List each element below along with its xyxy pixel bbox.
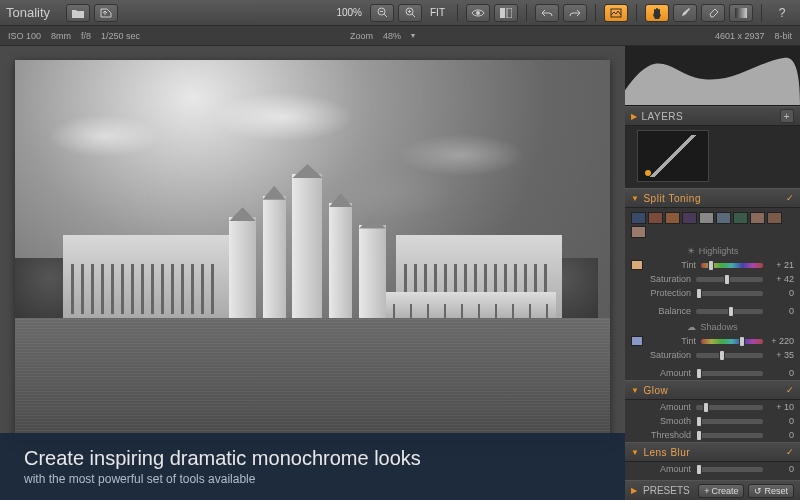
- top-toolbar: Tonality 100% FIT ?: [0, 0, 800, 26]
- color-swatch[interactable]: [750, 212, 765, 224]
- image-canvas[interactable]: [15, 60, 610, 440]
- side-panel: ▶ LAYERS + ▼ Split Toning ✓ ☀Highlights …: [625, 46, 800, 500]
- compare-button[interactable]: [494, 4, 518, 22]
- chevron-down-icon: ▼: [631, 386, 639, 395]
- hl-tint-slider[interactable]: [701, 263, 763, 268]
- lens-blur-header[interactable]: ▼ Lens Blur ✓: [625, 442, 800, 462]
- glow-header[interactable]: ▼ Glow ✓: [625, 380, 800, 400]
- dimensions-readout: 4601 x 2937: [715, 31, 765, 41]
- split-toning-label: Split Toning: [643, 193, 701, 204]
- layers-panel-header[interactable]: ▶ LAYERS +: [625, 106, 800, 126]
- focal-readout: 8mm: [51, 31, 71, 41]
- color-swatch[interactable]: [716, 212, 731, 224]
- reset-preset-button[interactable]: ↺Reset: [748, 484, 794, 498]
- color-swatch[interactable]: [682, 212, 697, 224]
- promo-overlay: Create inspiring dramatic monochrome loo…: [0, 433, 625, 500]
- glow-smooth-slider[interactable]: [696, 419, 763, 424]
- color-swatch[interactable]: [631, 226, 646, 238]
- undo-button[interactable]: [535, 4, 559, 22]
- hand-tool-button[interactable]: [645, 4, 669, 22]
- help-button[interactable]: ?: [770, 4, 794, 22]
- iso-readout: ISO 100: [8, 31, 41, 41]
- chevron-down-icon: ▼: [631, 448, 639, 457]
- hl-sat-slider[interactable]: [696, 277, 763, 282]
- sh-amount-slider[interactable]: [696, 371, 763, 376]
- svg-point-2: [476, 11, 480, 15]
- aperture-readout: f/8: [81, 31, 91, 41]
- check-icon[interactable]: ✓: [786, 193, 795, 203]
- presets-label: PRESETS: [643, 485, 690, 496]
- glow-amount-slider[interactable]: [696, 405, 763, 410]
- lb-amount-slider[interactable]: [696, 467, 763, 472]
- shadows-tint-swatch[interactable]: [631, 336, 643, 346]
- balance-slider[interactable]: [696, 309, 763, 314]
- svg-rect-6: [735, 8, 747, 18]
- color-swatch[interactable]: [631, 212, 646, 224]
- color-swatch[interactable]: [767, 212, 782, 224]
- glow-thresh-slider[interactable]: [696, 433, 763, 438]
- bitdepth-readout: 8-bit: [774, 31, 792, 41]
- create-preset-button[interactable]: +Create: [698, 484, 744, 498]
- glow-label: Glow: [643, 385, 668, 396]
- eraser-tool-button[interactable]: [701, 4, 725, 22]
- split-toning-header[interactable]: ▼ Split Toning ✓: [625, 188, 800, 208]
- svg-rect-3: [500, 8, 505, 18]
- redo-button[interactable]: [563, 4, 587, 22]
- navigator-button[interactable]: [604, 4, 628, 22]
- highlights-tint-swatch[interactable]: [631, 260, 643, 270]
- hl-prot-slider[interactable]: [696, 291, 763, 296]
- color-swatch[interactable]: [699, 212, 714, 224]
- tone-curve[interactable]: [625, 126, 800, 188]
- layers-label: LAYERS: [642, 111, 684, 122]
- sh-sat-slider[interactable]: [696, 353, 763, 358]
- chevron-right-icon: ▶: [631, 112, 638, 121]
- gradient-tool-button[interactable]: [729, 4, 753, 22]
- add-layer-button[interactable]: +: [780, 109, 794, 123]
- highlights-section: ☀Highlights: [625, 242, 800, 258]
- zoom-out-button[interactable]: [370, 4, 394, 22]
- zoom-in-button[interactable]: [398, 4, 422, 22]
- shadows-section: ☁Shadows: [625, 318, 800, 334]
- svg-rect-4: [507, 8, 512, 18]
- check-icon[interactable]: ✓: [786, 385, 795, 395]
- cloud-icon: ☁: [687, 322, 696, 332]
- lens-blur-label: Lens Blur: [643, 447, 690, 458]
- color-swatch[interactable]: [665, 212, 680, 224]
- chevron-down-icon: ▼: [631, 194, 639, 203]
- color-swatches: [625, 208, 800, 242]
- app-title: Tonality: [6, 5, 50, 20]
- zoom-label: Zoom: [350, 31, 373, 41]
- shutter-readout: 1/250 sec: [101, 31, 140, 41]
- promo-headline: Create inspiring dramatic monochrome loo…: [24, 447, 601, 470]
- color-swatch[interactable]: [733, 212, 748, 224]
- preview-eye-button[interactable]: [466, 4, 490, 22]
- sh-tint-slider[interactable]: [701, 339, 763, 344]
- histogram[interactable]: [625, 46, 800, 106]
- canvas-area[interactable]: [0, 46, 625, 500]
- chevron-right-icon: ▶: [631, 486, 637, 495]
- info-bar: ISO 100 8mm f/8 1/250 sec Zoom 48%▾ 4601…: [0, 26, 800, 46]
- color-swatch[interactable]: [648, 212, 663, 224]
- promo-subline: with the most powerful set of tools avai…: [24, 472, 601, 486]
- sun-icon: ☀: [687, 246, 695, 256]
- open-file-button[interactable]: [66, 4, 90, 22]
- brush-tool-button[interactable]: [673, 4, 697, 22]
- check-icon[interactable]: ✓: [786, 447, 795, 457]
- export-button[interactable]: [94, 4, 118, 22]
- zoom-fit-label[interactable]: FIT: [426, 7, 449, 18]
- presets-bar: ▶ PRESETS +Create ↺Reset: [625, 480, 800, 500]
- zoom-100-label[interactable]: 100%: [332, 7, 366, 18]
- zoom-value[interactable]: 48%: [383, 31, 401, 41]
